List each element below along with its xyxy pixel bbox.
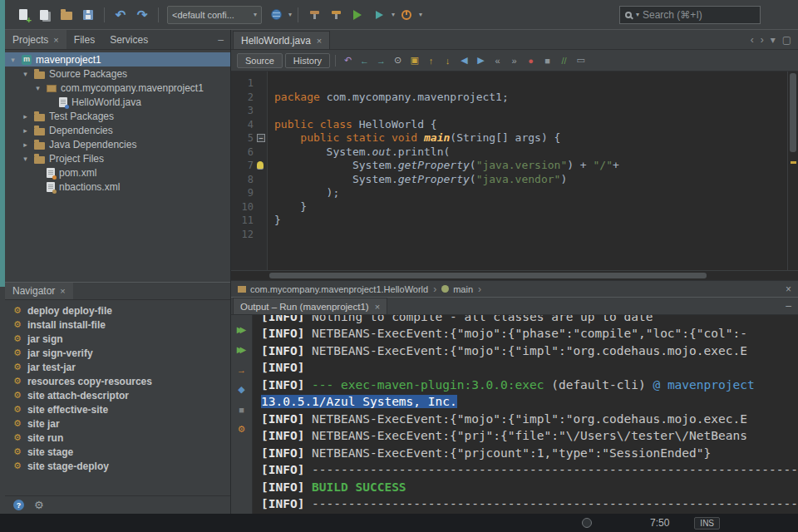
profile-project-button[interactable] <box>397 5 416 25</box>
next-bookmark-icon[interactable]: ▶ <box>474 53 488 68</box>
minimize-output-icon[interactable]: – <box>786 300 798 312</box>
code-editor[interactable]: package com.mycompany.mavenproject1;publ… <box>268 71 787 270</box>
chevron-down-icon[interactable]: ▾ <box>392 11 395 18</box>
navigator-item[interactable]: ⚙site stage-deploy <box>5 459 230 473</box>
redo-button[interactable]: ↷ <box>132 5 152 25</box>
shift-right-icon[interactable]: » <box>507 53 521 68</box>
navigator-item[interactable]: ⚙install install-file <box>5 318 230 332</box>
new-project-button[interactable] <box>35 5 55 25</box>
expander-icon[interactable]: ▸ <box>21 126 30 135</box>
scrollbar-thumb[interactable] <box>790 73 796 152</box>
navigator-item[interactable]: ⚙site effective-site <box>5 402 230 416</box>
previous-occurrence-icon[interactable]: ↑ <box>424 53 438 68</box>
chevron-down-icon[interactable]: ▾ <box>288 11 292 18</box>
toggle-highlight-icon[interactable]: ▣ <box>407 53 421 68</box>
last-edit-location-icon[interactable]: ↶ <box>341 53 355 68</box>
close-icon[interactable]: × <box>317 36 322 46</box>
rerun-icon[interactable]: ▶▶ <box>234 323 249 336</box>
tab-projects[interactable]: Projects × <box>5 30 66 49</box>
editor-gutter[interactable]: 123456789101112 − <box>231 71 268 270</box>
warning-stripe-mark[interactable] <box>791 161 796 164</box>
maximize-window-icon[interactable]: ▢ <box>782 34 791 46</box>
output-settings-icon[interactable]: ⚙ <box>234 423 249 436</box>
scrollbar-thumb[interactable] <box>269 273 707 278</box>
help-icon[interactable]: ? <box>13 500 24 510</box>
forward-icon[interactable]: → <box>374 53 388 68</box>
expander-icon[interactable]: ▸ <box>21 112 30 121</box>
tab-list-dropdown-icon[interactable]: ▾ <box>771 34 776 46</box>
hint-bulb-icon[interactable] <box>257 161 264 169</box>
close-icon[interactable]: × <box>53 35 58 45</box>
save-all-button[interactable] <box>78 5 98 25</box>
tree-row[interactable]: ▸Java Dependencies <box>5 137 230 151</box>
editor-horizontal-scrollbar[interactable] <box>231 270 798 280</box>
undo-button[interactable]: ↶ <box>111 5 131 25</box>
navigator-item[interactable]: ⚙jar sign-verify <box>5 346 230 360</box>
insert-mode-indicator[interactable]: INS <box>694 517 720 530</box>
debug-project-button[interactable] <box>369 5 389 25</box>
source-view-button[interactable]: Source <box>237 53 283 68</box>
uncomment-icon[interactable]: ▭ <box>574 53 588 68</box>
navigator-item[interactable]: ⚙deploy deploy-file <box>5 303 230 318</box>
fold-collapse-icon[interactable]: − <box>257 134 265 142</box>
previous-bookmark-icon[interactable]: ◀ <box>457 53 471 68</box>
breadcrumb-item[interactable]: com.mycompany.mavenproject1.HelloWorld <box>238 284 428 294</box>
close-icon[interactable]: × <box>786 283 791 295</box>
output-console[interactable]: [INFO] Nothing to compile - all classes … <box>253 315 798 514</box>
navigator-settings-icon[interactable]: ⚙ <box>34 499 44 511</box>
navigator-item[interactable]: ⚙site attach-descriptor <box>5 388 230 402</box>
tab-files[interactable]: Files <box>66 30 102 49</box>
clock-icon[interactable] <box>582 518 592 528</box>
breadcrumb-item[interactable]: main <box>441 284 473 294</box>
tab-navigator[interactable]: Navigator × <box>5 283 73 299</box>
close-icon[interactable]: × <box>375 302 380 312</box>
deploy-target-button[interactable] <box>266 5 286 25</box>
tree-row[interactable]: ▾com.mycompany.mavenproject1 <box>5 81 230 95</box>
navigator-item[interactable]: ⚙site jar <box>5 416 230 431</box>
navigator-item[interactable]: ⚙jar test-jar <box>5 360 230 374</box>
tab-helloworld-java[interactable]: HelloWorld.java × <box>233 31 330 49</box>
tree-row[interactable]: HelloWorld.java <box>5 95 230 109</box>
find-selection-icon[interactable]: ⊙ <box>391 53 405 68</box>
toggle-breakpoint-icon[interactable]: ● <box>524 53 538 68</box>
stop-macro-icon[interactable]: ■ <box>540 53 554 68</box>
search-box[interactable]: ▾ <box>619 6 761 24</box>
tree-row[interactable]: ▾mavenproject1 <box>5 52 230 66</box>
clean-build-project-button[interactable] <box>326 5 346 25</box>
rerun-with-parameters-icon[interactable]: ▶▶ <box>234 343 249 356</box>
navigator-item[interactable]: ⚙site run <box>5 431 230 445</box>
scroll-tabs-right-icon[interactable]: › <box>761 34 764 46</box>
tree-row[interactable]: pom.xml <box>5 165 230 180</box>
new-file-button[interactable] <box>13 5 33 25</box>
search-input[interactable] <box>643 9 755 21</box>
stop-icon[interactable]: → <box>234 363 249 376</box>
expander-icon[interactable]: ▸ <box>21 140 30 149</box>
history-view-button[interactable]: History <box>285 53 330 68</box>
expander-icon[interactable]: ▾ <box>21 70 30 78</box>
tree-row[interactable]: ▾Project Files <box>5 151 230 165</box>
build-project-button[interactable] <box>304 5 324 25</box>
tree-row[interactable]: ▸Dependencies <box>5 123 230 137</box>
tree-row[interactable]: nbactions.xml <box>5 180 230 194</box>
editor-vertical-scrollbar[interactable] <box>787 71 798 270</box>
navigator-item[interactable]: ⚙resources copy-resources <box>5 374 230 388</box>
tree-row[interactable]: ▸Test Packages <box>5 109 230 123</box>
comment-icon[interactable]: // <box>557 53 571 68</box>
back-icon[interactable]: ← <box>357 53 372 68</box>
minimize-panel-icon[interactable]: – <box>218 34 224 46</box>
tab-output-run[interactable]: Output – Run (mavenproject1) × <box>233 298 387 314</box>
run-config-dropdown[interactable]: <default confi... ▾ <box>167 6 262 24</box>
tree-row[interactable]: ▾Source Packages <box>5 66 230 81</box>
expander-icon[interactable]: ▾ <box>21 155 30 163</box>
shift-left-icon[interactable]: « <box>490 53 505 68</box>
navigator-item[interactable]: ⚙site stage <box>5 445 230 459</box>
expander-icon[interactable]: ▾ <box>33 84 42 92</box>
navigator-item[interactable]: ⚙jar sign <box>5 332 230 346</box>
tab-services[interactable]: Services <box>102 30 155 49</box>
stop-build-icon[interactable]: ■ <box>234 403 249 416</box>
next-occurrence-icon[interactable]: ↓ <box>441 53 455 68</box>
close-icon[interactable]: × <box>60 286 65 296</box>
run-config-icon[interactable]: ◆ <box>234 383 249 396</box>
run-project-button[interactable] <box>347 5 367 25</box>
expander-icon[interactable]: ▾ <box>8 56 17 64</box>
